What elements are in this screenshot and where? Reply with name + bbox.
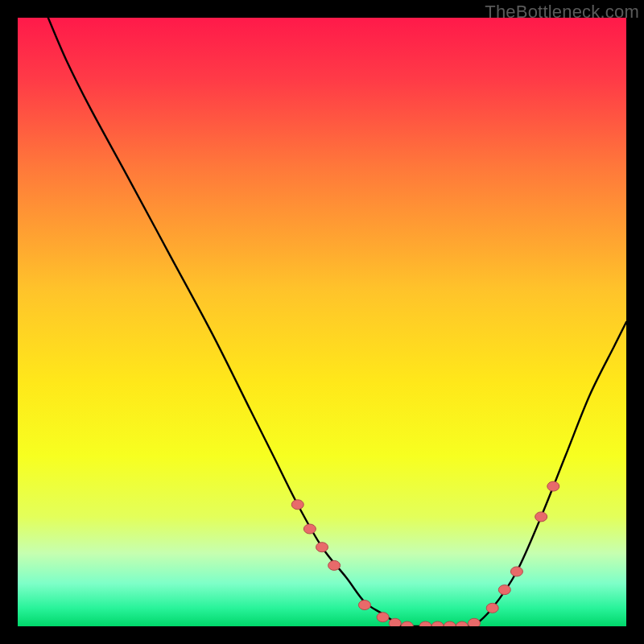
bottleneck-curve-chart [18, 18, 626, 626]
watermark-text: TheBottleneck.com [485, 2, 639, 23]
marker-point [316, 543, 328, 552]
marker-point [303, 524, 316, 534]
marker-point [498, 585, 510, 595]
plot-area [18, 18, 626, 626]
gradient-background [18, 18, 626, 626]
marker-point [328, 560, 341, 570]
chart-frame: TheBottleneck.com [0, 0, 644, 644]
marker-point [469, 618, 481, 626]
marker-point [358, 601, 370, 610]
marker-point [291, 500, 303, 510]
marker-point [377, 613, 389, 622]
marker-point [389, 618, 401, 626]
marker-point [547, 481, 559, 491]
marker-point [486, 603, 498, 613]
marker-point [535, 512, 547, 522]
marker-point [510, 567, 522, 576]
